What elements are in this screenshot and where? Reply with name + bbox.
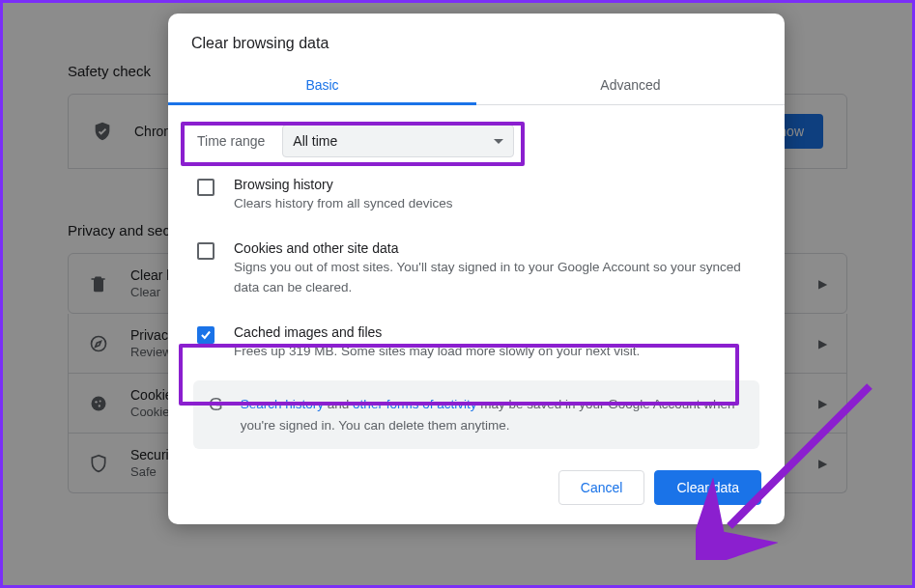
- clear-browsing-data-dialog: Clear browsing data Basic Advanced Time …: [168, 14, 785, 524]
- link-search-history[interactable]: Search history: [241, 397, 324, 411]
- time-range-row: Time range All time: [187, 119, 765, 163]
- info-message: Search history and other forms of activi…: [241, 394, 744, 435]
- checkbox-cookies[interactable]: [197, 242, 214, 260]
- tab-basic[interactable]: Basic: [168, 68, 476, 104]
- google-account-info: G Search history and other forms of acti…: [193, 380, 759, 449]
- google-g-icon: G: [209, 394, 223, 435]
- link-other-activity[interactable]: other forms of activity: [353, 397, 476, 411]
- clear-data-button[interactable]: Clear data: [654, 470, 761, 505]
- dialog-title: Clear browsing data: [168, 14, 785, 68]
- tab-advanced[interactable]: Advanced: [476, 68, 785, 104]
- checkbox-cached[interactable]: [197, 326, 214, 344]
- time-range-select[interactable]: All time: [282, 125, 514, 157]
- option-browsing-history[interactable]: Browsing history Clears history from all…: [187, 163, 765, 227]
- dialog-tabs: Basic Advanced: [168, 68, 785, 105]
- dialog-footer: Cancel Clear data: [168, 464, 785, 505]
- checkbox-browsing-history[interactable]: [197, 179, 214, 196]
- chevron-down-icon: [494, 139, 503, 149]
- option-cached[interactable]: Cached images and files Frees up 319 MB.…: [187, 311, 765, 375]
- time-range-label: Time range: [197, 133, 265, 149]
- cancel-button[interactable]: Cancel: [558, 470, 645, 505]
- option-cookies[interactable]: Cookies and other site data Signs you ou…: [187, 227, 765, 311]
- time-range-value: All time: [293, 133, 337, 149]
